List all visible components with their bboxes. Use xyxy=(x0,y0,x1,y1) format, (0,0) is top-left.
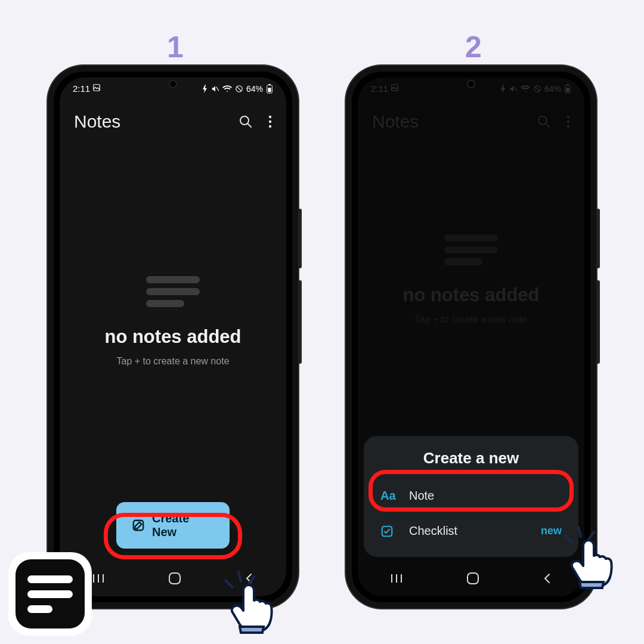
create-new-button[interactable]: Create New xyxy=(116,502,230,549)
power-button xyxy=(298,209,302,268)
compose-icon xyxy=(132,519,145,532)
volume-button xyxy=(596,280,600,364)
svg-rect-33 xyxy=(467,573,478,584)
create-sheet: Create a new Aa Note Checklist new xyxy=(364,436,578,557)
sheet-note-label: Note xyxy=(409,489,434,503)
sheet-checklist-label: Checklist xyxy=(409,524,457,538)
svg-rect-16 xyxy=(169,573,180,584)
empty-subtext: Tap + to create a new note xyxy=(414,314,527,325)
home-button[interactable] xyxy=(466,572,479,587)
android-nav-bar xyxy=(60,563,286,596)
phone-frame-2: 2:11 64% Notes xyxy=(352,72,590,602)
sheet-title: Create a new xyxy=(372,449,570,467)
volume-button xyxy=(298,280,302,364)
new-tag: new xyxy=(541,525,562,537)
notes-glyph-icon xyxy=(146,271,200,312)
android-nav-bar xyxy=(358,563,584,596)
phone-frame-1: 2:11 64% Notes xyxy=(54,72,292,602)
home-button[interactable] xyxy=(168,572,181,587)
empty-heading: no notes added xyxy=(402,284,539,306)
recents-button[interactable] xyxy=(91,573,106,586)
create-new-label: Create New xyxy=(152,512,214,539)
sheet-option-note[interactable]: Aa Note xyxy=(372,478,570,513)
recents-button[interactable] xyxy=(389,573,404,586)
empty-heading: no notes added xyxy=(104,326,241,348)
power-button xyxy=(596,209,600,268)
app-icon-badge xyxy=(8,552,92,636)
checkbox-icon xyxy=(380,525,397,538)
text-aa-icon: Aa xyxy=(380,489,397,503)
step-number-1: 1 xyxy=(167,30,184,64)
sheet-option-checklist[interactable]: Checklist new xyxy=(372,513,570,549)
back-button[interactable] xyxy=(244,573,255,586)
step-number-2: 2 xyxy=(465,30,482,64)
notes-app-icon xyxy=(16,559,85,628)
front-camera xyxy=(169,80,177,88)
empty-subtext: Tap + to create a new note xyxy=(116,356,229,367)
notes-glyph-icon xyxy=(444,230,498,270)
front-camera xyxy=(467,80,475,88)
back-button[interactable] xyxy=(542,573,553,586)
